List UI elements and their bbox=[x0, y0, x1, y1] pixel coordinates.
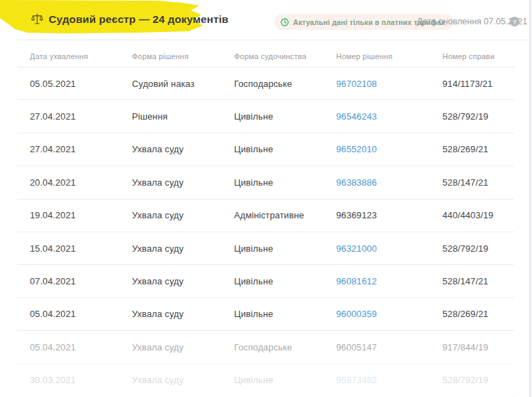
col-header-date: Дата ухвалення bbox=[30, 52, 132, 60]
cell-decision-number: 96369123 bbox=[336, 210, 442, 220]
col-header-decision: Номер рішення bbox=[336, 52, 442, 60]
cell-case-number: 528/792/19 bbox=[442, 243, 514, 254]
table-row: 30.03.2021 Ухвала суду Цивільне 95873482… bbox=[17, 364, 514, 397]
table-row: 05.04.2021 Ухвала суду Господарське 9600… bbox=[17, 331, 514, 364]
cell-case-number: 528/147/21 bbox=[442, 276, 514, 286]
table-row: 20.04.2021 Ухвала суду Цивільне 96383886… bbox=[17, 166, 514, 199]
cell-decision-form: Ухвала суду bbox=[132, 144, 234, 154]
cell-decision-date: 27.04.2021 bbox=[30, 111, 132, 122]
page-title: Судовий реєстр — 24 документів bbox=[49, 13, 228, 26]
cell-decision-form: Ухвала суду bbox=[132, 309, 234, 319]
cell-proceeding-type: Цивільне bbox=[234, 243, 336, 254]
scales-icon bbox=[31, 13, 44, 26]
decision-number-link[interactable]: 96321000 bbox=[336, 243, 442, 254]
decision-number-link[interactable]: 96702108 bbox=[336, 79, 442, 89]
cell-proceeding-type: Господарське bbox=[234, 79, 336, 89]
cell-proceeding-type: Цивільне bbox=[234, 111, 336, 122]
cell-decision-date: 27.04.2021 bbox=[30, 144, 132, 154]
cell-decision-form: Рішення bbox=[132, 111, 234, 122]
court-registry-page: Судовий реєстр — 24 документів Актуальні… bbox=[0, 0, 532, 397]
cell-proceeding-type: Адміністративне bbox=[234, 210, 336, 220]
scrollbar-track[interactable] bbox=[529, 0, 532, 397]
cell-decision-form: Ухвала суду bbox=[132, 375, 234, 385]
cell-decision-form: Ухвала суду bbox=[132, 210, 234, 220]
table-row: 05.04.2021 Ухвала суду Цивільне 96000359… bbox=[17, 298, 514, 331]
cell-decision-form: Судовий наказ bbox=[132, 79, 234, 89]
header-divider bbox=[17, 40, 529, 40]
cell-decision-date: 15.04.2021 bbox=[30, 243, 132, 254]
col-header-type: Форма судочинства bbox=[234, 52, 336, 60]
cell-proceeding-type: Цивільне bbox=[234, 144, 336, 154]
cell-proceeding-type: Господарське bbox=[234, 342, 336, 353]
table-row: 27.04.2021 Ухвала суду Цивільне 96552010… bbox=[17, 133, 514, 166]
cell-decision-form: Ухвала суду bbox=[132, 177, 234, 188]
documents-table: Дата ухвалення Форма рішення Форма судоч… bbox=[17, 40, 514, 397]
decision-number-link[interactable]: 95873482 bbox=[336, 375, 442, 385]
decision-number-link[interactable]: 96081612 bbox=[336, 276, 442, 286]
cell-proceeding-type: Цивільне bbox=[234, 375, 336, 385]
cell-case-number: 528/792/19 bbox=[442, 111, 514, 122]
cell-decision-form: Ухвала суду bbox=[132, 342, 234, 353]
cell-decision-date: 20.04.2021 bbox=[30, 177, 132, 188]
cell-decision-date: 05.05.2021 bbox=[30, 79, 132, 89]
table-header-row: Дата ухвалення Форма рішення Форма судоч… bbox=[17, 40, 514, 67]
cell-decision-number: 96005147 bbox=[336, 342, 442, 353]
table-row: 07.04.2021 Ухвала суду Цивільне 96081612… bbox=[17, 265, 514, 298]
cell-decision-date: 05.04.2021 bbox=[30, 342, 132, 353]
cell-case-number: 914/1173/21 bbox=[442, 79, 514, 89]
cell-decision-date: 07.04.2021 bbox=[30, 276, 132, 286]
table-row: 27.04.2021 Рішення Цивільне 96546243 528… bbox=[17, 100, 514, 133]
decision-number-link[interactable]: 96383886 bbox=[336, 177, 442, 188]
cell-case-number: 528/147/21 bbox=[442, 177, 514, 188]
cell-decision-form: Ухвала суду bbox=[132, 243, 234, 254]
cell-case-number: 440/4403/19 bbox=[442, 210, 514, 220]
clock-icon bbox=[281, 18, 289, 26]
col-header-case: Номер справи bbox=[442, 52, 514, 60]
table-row: 19.04.2021 Ухвала суду Адміністративне 9… bbox=[17, 200, 514, 232]
table-row: 05.05.2021 Судовий наказ Господарське 96… bbox=[17, 67, 514, 100]
table-row: 15.04.2021 Ухвала суду Цивільне 96321000… bbox=[17, 232, 514, 265]
help-icon[interactable]: ? bbox=[510, 17, 519, 26]
cell-case-number: 528/792/19 bbox=[442, 375, 514, 385]
page-header: Судовий реєстр — 24 документів Актуальні… bbox=[0, 0, 532, 40]
cell-decision-date: 19.04.2021 bbox=[30, 210, 132, 220]
cell-case-number: 917/844/19 bbox=[442, 342, 514, 353]
cell-decision-date: 30.03.2021 bbox=[30, 375, 132, 385]
decision-number-link[interactable]: 96000359 bbox=[336, 309, 442, 319]
cell-proceeding-type: Цивільне bbox=[234, 177, 336, 188]
cell-case-number: 528/269/21 bbox=[442, 309, 514, 319]
decision-number-link[interactable]: 96552010 bbox=[336, 144, 442, 154]
decision-number-link[interactable]: 96546243 bbox=[336, 111, 442, 122]
cell-proceeding-type: Цивільне bbox=[234, 276, 336, 286]
cell-case-number: 528/269/21 bbox=[442, 144, 514, 154]
cell-proceeding-type: Цивільне bbox=[234, 309, 336, 319]
table-body: 05.05.2021 Судовий наказ Господарське 96… bbox=[17, 67, 514, 397]
cell-decision-date: 05.04.2021 bbox=[30, 309, 132, 319]
cell-decision-form: Ухвала суду bbox=[132, 276, 234, 286]
col-header-form: Форма рішення bbox=[132, 52, 234, 60]
